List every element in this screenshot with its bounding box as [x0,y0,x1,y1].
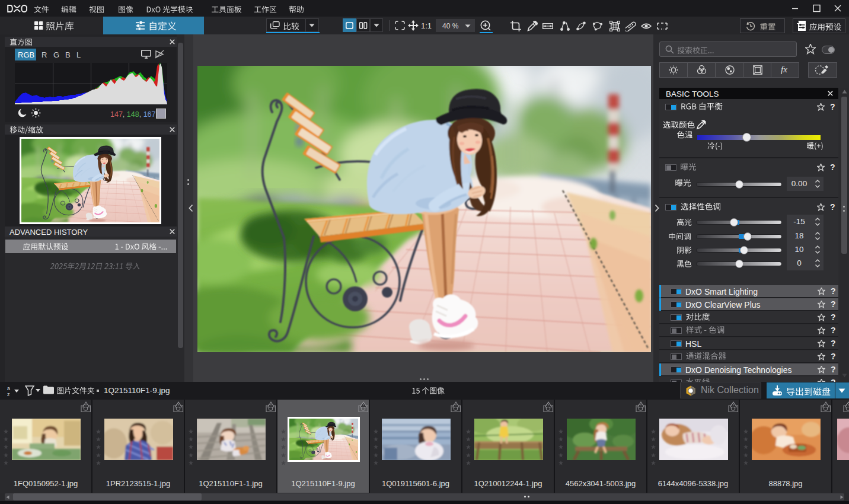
svg-text:z: z [7,391,10,397]
svg-text:a: a [7,385,10,391]
